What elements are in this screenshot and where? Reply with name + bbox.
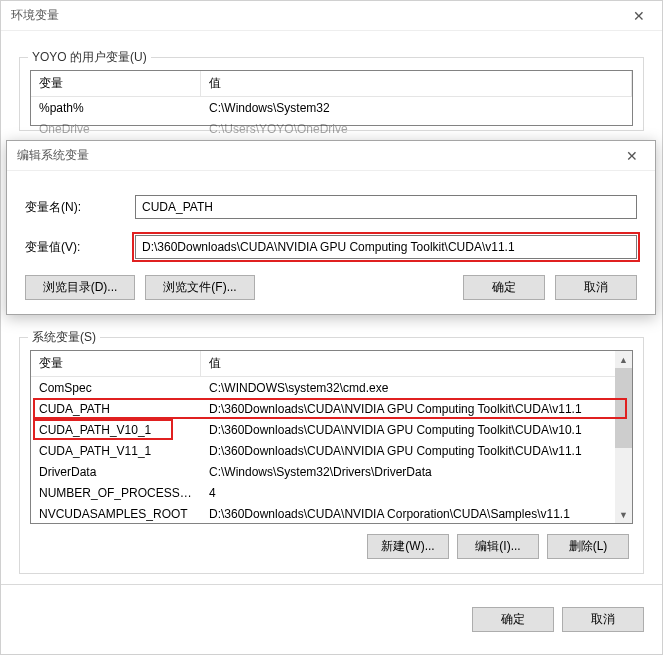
browse-file-button[interactable]: 浏览文件(F)... [145, 275, 255, 300]
sys-r6-name: NVCUDASAMPLES_ROOT [31, 505, 201, 523]
sys-col-value[interactable]: 值 [201, 351, 632, 376]
user-vars-legend: YOYO 的用户变量(U) [28, 49, 151, 66]
user-row0-name: %path% [31, 99, 201, 117]
sys-r5-val: 4 [201, 484, 615, 502]
table-row[interactable]: DriverData C:\Windows\System32\Drivers\D… [31, 461, 615, 482]
user-row0-val: C:\Windows\System32 [201, 99, 632, 117]
table-row[interactable]: CUDA_PATH D:\360Downloads\CUDA\NVIDIA GP… [31, 398, 615, 419]
sys-r4-name: DriverData [31, 463, 201, 481]
browse-dir-button[interactable]: 浏览目录(D)... [25, 275, 135, 300]
var-value-label: 变量值(V): [25, 239, 135, 256]
sys-r1-val: D:\360Downloads\CUDA\NVIDIA GPU Computin… [201, 400, 615, 418]
sys-r2-name: CUDA_PATH_V10_1 [31, 421, 201, 439]
sys-vars-list[interactable]: 变量 值 ComSpec C:\WINDOWS\system32\cmd.exe… [30, 350, 633, 524]
user-col-name[interactable]: 变量 [31, 71, 201, 96]
table-row[interactable]: OneDrive C:\Users\YOYO\OneDrive [31, 118, 632, 139]
var-name-input[interactable] [135, 195, 637, 219]
sys-vars-legend: 系统变量(S) [28, 329, 100, 346]
var-name-label: 变量名(N): [25, 199, 135, 216]
scrollbar-thumb[interactable] [615, 368, 632, 448]
close-icon[interactable]: ✕ [624, 1, 654, 31]
sys-r6-val: D:\360Downloads\CUDA\NVIDIA Corporation\… [201, 505, 615, 523]
scrollbar[interactable]: ▲ ▼ [615, 351, 632, 523]
sys-vars-group: 系统变量(S) 变量 值 ComSpec C:\WINDOWS\system32… [19, 337, 644, 574]
divider [1, 584, 662, 585]
table-row[interactable]: CUDA_PATH_V10_1 D:\360Downloads\CUDA\NVI… [31, 419, 615, 440]
scroll-down-icon[interactable]: ▼ [615, 506, 632, 523]
user-row1-val: C:\Users\YOYO\OneDrive [201, 120, 632, 138]
sys-r0-name: ComSpec [31, 379, 201, 397]
table-row[interactable]: NUMBER_OF_PROCESSORS 4 [31, 482, 615, 503]
user-col-value[interactable]: 值 [201, 71, 632, 96]
user-row1-name: OneDrive [31, 120, 201, 138]
delete-button[interactable]: 删除(L) [547, 534, 629, 559]
sys-r2-val: D:\360Downloads\CUDA\NVIDIA GPU Computin… [201, 421, 615, 439]
table-row[interactable]: %path% C:\Windows\System32 [31, 97, 632, 118]
new-button[interactable]: 新建(W)... [367, 534, 449, 559]
edit-ok-button[interactable]: 确定 [463, 275, 545, 300]
edit-title: 编辑系统变量 [17, 147, 89, 164]
edit-sysvar-dialog: 编辑系统变量 ✕ 变量名(N): 变量值(V): 浏览目录(D)... 浏览文件… [6, 140, 656, 315]
main-titlebar[interactable]: 环境变量 ✕ [1, 1, 662, 31]
var-value-input[interactable] [135, 235, 637, 259]
sys-r4-val: C:\Windows\System32\Drivers\DriverData [201, 463, 615, 481]
ok-button[interactable]: 确定 [472, 607, 554, 632]
table-row[interactable]: CUDA_PATH_V11_1 D:\360Downloads\CUDA\NVI… [31, 440, 615, 461]
close-icon[interactable]: ✕ [617, 141, 647, 171]
edit-titlebar[interactable]: 编辑系统变量 ✕ [7, 141, 655, 171]
sys-col-name[interactable]: 变量 [31, 351, 201, 376]
sys-r0-val: C:\WINDOWS\system32\cmd.exe [201, 379, 615, 397]
sys-r5-name: NUMBER_OF_PROCESSORS [31, 484, 201, 502]
cancel-button[interactable]: 取消 [562, 607, 644, 632]
env-vars-dialog: 环境变量 ✕ YOYO 的用户变量(U) 变量 值 %path% C:\Wind… [0, 0, 663, 655]
user-vars-group: YOYO 的用户变量(U) 变量 值 %path% C:\Windows\Sys… [19, 57, 644, 131]
sys-r3-name: CUDA_PATH_V11_1 [31, 442, 201, 460]
edit-button[interactable]: 编辑(I)... [457, 534, 539, 559]
table-row[interactable]: ComSpec C:\WINDOWS\system32\cmd.exe [31, 377, 615, 398]
user-vars-list[interactable]: 变量 值 %path% C:\Windows\System32 OneDrive… [30, 70, 633, 126]
edit-cancel-button[interactable]: 取消 [555, 275, 637, 300]
scroll-up-icon[interactable]: ▲ [615, 351, 632, 368]
sys-r3-val: D:\360Downloads\CUDA\NVIDIA GPU Computin… [201, 442, 615, 460]
main-title: 环境变量 [11, 7, 59, 24]
sys-r1-name: CUDA_PATH [31, 400, 201, 418]
table-row[interactable]: NVCUDASAMPLES_ROOT D:\360Downloads\CUDA\… [31, 503, 615, 524]
